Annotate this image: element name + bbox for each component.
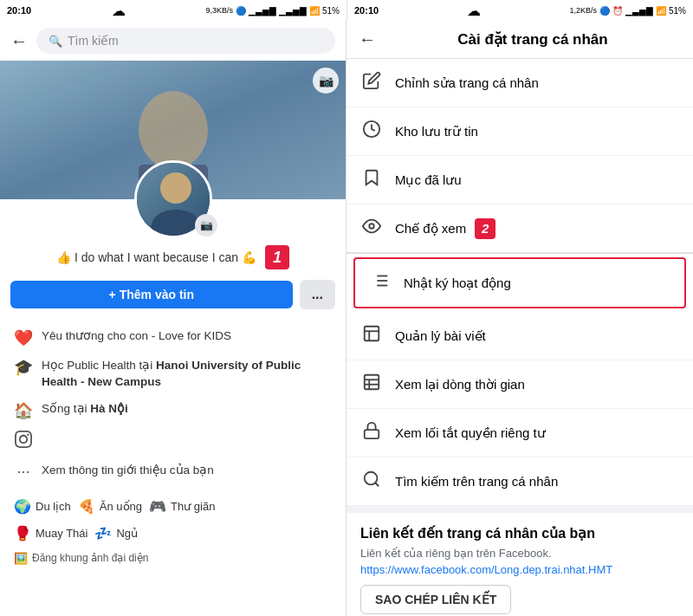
svg-point-21 bbox=[365, 472, 378, 485]
food-emoji: 🍕 bbox=[78, 498, 95, 515]
camera-button-avatar[interactable]: 📷 bbox=[195, 214, 217, 237]
saved-label: Mục đã lưu bbox=[395, 172, 462, 188]
view-mode-icon bbox=[360, 217, 383, 240]
link-section-desc: Liên kết của riêng bạn trên Facebook. bbox=[360, 547, 679, 560]
menu-item-privacy-shortcuts[interactable]: Xem lối tắt quyền riêng tư bbox=[346, 409, 693, 457]
interests-row-2: 🥊 Muay Thái 💤 Ngủ bbox=[0, 520, 346, 547]
review-timeline-icon bbox=[360, 373, 383, 396]
instagram-icon bbox=[14, 431, 33, 452]
camera-button-cover[interactable]: 📷 bbox=[313, 68, 339, 94]
svg-rect-13 bbox=[365, 327, 379, 341]
number-badge-2: 2 bbox=[475, 218, 495, 239]
manage-posts-icon bbox=[360, 324, 383, 347]
view-mode-label: Chế độ xem bbox=[395, 221, 466, 237]
search-bar[interactable]: 🔍 Tìm kiếm bbox=[36, 28, 335, 54]
signal-bars-right: ▁▃▅▇ bbox=[625, 6, 653, 16]
section-divider bbox=[346, 506, 693, 513]
bt-icon: 🔵 bbox=[236, 6, 246, 16]
cloud-right: ☁ bbox=[467, 3, 481, 19]
info-item-3: 🏠 Sống tại Hà Nội bbox=[14, 396, 332, 425]
photo-frame-icon: 🖼️ bbox=[14, 552, 28, 565]
bt-icon-right: 🔵 bbox=[599, 6, 610, 16]
svg-point-6 bbox=[369, 224, 374, 229]
search-profile-icon bbox=[360, 470, 383, 493]
archive-label: Kho lưu trữ tin bbox=[395, 124, 478, 139]
back-button-right[interactable]: ← bbox=[359, 29, 376, 49]
right-panel: ← Cài đặt trang cá nhân Chỉnh sửa trang … bbox=[346, 21, 693, 616]
bottom-item-label: Đăng khung ảnh đại diện bbox=[32, 552, 148, 564]
profile-bio: 👍 I do what I want because I can 💪 bbox=[56, 250, 256, 264]
info-item-1: ❤️ Yêu thương cho con - Love for KIDS bbox=[14, 323, 332, 353]
hearts-icon: ❤️ bbox=[14, 328, 33, 347]
menu-item-archive[interactable]: Kho lưu trữ tin bbox=[346, 107, 693, 156]
info-text-2: Học Public Health tại Hanoi University o… bbox=[42, 358, 332, 391]
time-left: 20:10 bbox=[7, 5, 31, 16]
profile-url: https://www.facebook.com/Long.dep.trai.n… bbox=[360, 563, 679, 576]
home-icon: 🏠 bbox=[14, 401, 33, 420]
relax-label: Thư giãn bbox=[171, 500, 215, 513]
edit-icon bbox=[360, 71, 383, 94]
activity-log-icon bbox=[369, 271, 392, 295]
svg-rect-16 bbox=[365, 375, 379, 390]
travel-emoji: 🌍 bbox=[14, 498, 31, 515]
signal-bars-1: ▁▃▅▇ bbox=[249, 6, 276, 16]
svg-point-1 bbox=[139, 91, 208, 169]
menu-item-view-mode[interactable]: Chế độ xem 2 bbox=[346, 204, 693, 254]
search-profile-label: Tìm kiếm trên trang cá nhân bbox=[395, 474, 558, 490]
interest-muaythai: 🥊 Muay Thái bbox=[14, 525, 87, 541]
svg-point-4 bbox=[160, 172, 191, 204]
menu-item-activity-log-wrapper: Nhật ký hoạt động bbox=[353, 257, 686, 308]
info-section: ❤️ Yêu thương cho con - Love for KIDS 🎓 … bbox=[0, 316, 346, 493]
link-section-title: Liên kết đến trang cá nhân của bạn bbox=[360, 525, 679, 541]
menu-item-review-timeline[interactable]: Xem lại dòng thời gian bbox=[346, 360, 693, 409]
profile-info: 👍 I do what I want because I can 💪 1 bbox=[0, 238, 346, 273]
privacy-icon bbox=[360, 421, 383, 444]
menu-item-search-profile[interactable]: Tìm kiếm trên trang cá nhân bbox=[346, 457, 693, 506]
svg-line-22 bbox=[375, 483, 379, 486]
main-container: ← 🔍 Tìm kiếm bbox=[0, 21, 693, 616]
avatar-area: 📷 bbox=[0, 160, 346, 238]
battery-left: 51% bbox=[322, 6, 340, 16]
food-label: Ăn uống bbox=[100, 500, 142, 513]
relax-emoji: 🎮 bbox=[149, 498, 166, 515]
interest-food: 🍕 Ăn uống bbox=[78, 498, 142, 515]
sleep-emoji: 💤 bbox=[94, 525, 112, 541]
menu-item-activity-log[interactable]: Nhật ký hoạt động bbox=[355, 259, 684, 307]
number-badge-1: 1 bbox=[265, 245, 289, 269]
network-speed-right: 1,2KB/s bbox=[569, 6, 597, 15]
privacy-label: Xem lối tắt quyền riêng tư bbox=[395, 425, 546, 441]
copy-link-button[interactable]: SAO CHÉP LIÊN KẾT bbox=[360, 585, 511, 614]
settings-title: Cài đặt trang cá nhân bbox=[385, 30, 681, 49]
more-info-text: Xem thông tin giới thiệu của bạn bbox=[42, 463, 332, 479]
status-icons-left: 9,3KB/s 🔵 ▁▃▅▇ ▁▃▅▇ 📶 51% bbox=[205, 6, 340, 16]
interest-relax: 🎮 Thư giãn bbox=[149, 498, 215, 515]
link-section: Liên kết đến trang cá nhân của bạn Liên … bbox=[346, 513, 693, 616]
info-text-3: Sống tại Hà Nội bbox=[42, 401, 332, 418]
interests-row-3: 🖼️ Đăng khung ảnh đại diện bbox=[0, 547, 346, 575]
menu-item-edit-profile[interactable]: Chỉnh sửa trang cá nhân bbox=[346, 59, 693, 107]
sleep-label: Ngủ bbox=[116, 527, 138, 540]
search-icon: 🔍 bbox=[49, 35, 62, 48]
info-item-more[interactable]: ··· Xem thông tin giới thiệu của bạn bbox=[14, 457, 332, 486]
edit-profile-label: Chỉnh sửa trang cá nhân bbox=[395, 75, 539, 91]
menu-item-saved[interactable]: Mục đã lưu bbox=[346, 156, 693, 204]
info-item-2: 🎓 Học Public Health tại Hanoi University… bbox=[14, 353, 332, 396]
ellipsis-icon: ··· bbox=[14, 463, 33, 481]
interest-travel: 🌍 Du lịch bbox=[14, 498, 71, 515]
cloud-left: ☁ bbox=[112, 3, 126, 19]
menu-item-manage-posts[interactable]: Quản lý bài viết bbox=[346, 312, 693, 360]
interest-sleep: 💤 Ngủ bbox=[94, 525, 138, 541]
status-bar-right: 20:10 ☁ 1,2KB/s 🔵 ⏰ ▁▃▅▇ 📶 51% bbox=[346, 0, 693, 21]
more-options-button[interactable]: ... bbox=[300, 280, 335, 309]
network-speed-left: 9,3KB/s bbox=[205, 6, 233, 15]
activity-log-label: Nhật ký hoạt động bbox=[404, 276, 511, 291]
back-button-left[interactable]: ← bbox=[10, 31, 28, 51]
wifi-icon-left: 📶 bbox=[309, 6, 320, 16]
status-bar-left: 20:10 ☁ 9,3KB/s 🔵 ▁▃▅▇ ▁▃▅▇ 📶 51% bbox=[0, 0, 346, 21]
archive-icon bbox=[360, 120, 383, 143]
left-panel: ← 🔍 Tìm kiếm bbox=[0, 21, 346, 616]
add-story-button[interactable]: + Thêm vào tin bbox=[10, 281, 293, 308]
travel-label: Du lịch bbox=[36, 500, 71, 513]
saved-icon bbox=[360, 168, 383, 191]
time-right: 20:10 bbox=[354, 5, 379, 16]
